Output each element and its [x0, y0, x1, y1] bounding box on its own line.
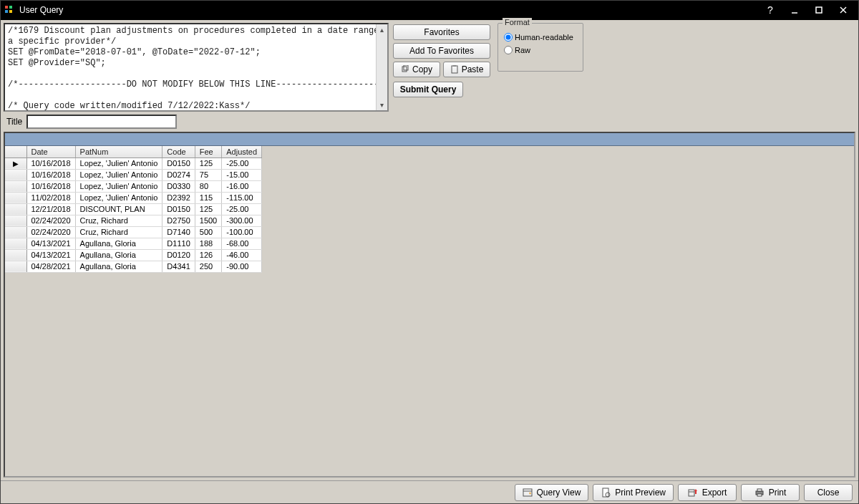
- table-row[interactable]: 02/24/2020Cruz, RichardD27501500-300.00: [5, 215, 262, 226]
- cell-fee[interactable]: 126: [195, 249, 221, 261]
- title-input[interactable]: [26, 115, 177, 129]
- row-header[interactable]: [5, 261, 26, 272]
- cell-adj[interactable]: -16.00: [222, 180, 262, 192]
- col-patnum[interactable]: PatNum: [75, 146, 162, 158]
- sql-text[interactable]: /*1679 Discount plan adjustments on proc…: [5, 24, 387, 112]
- col-date[interactable]: Date: [26, 146, 75, 158]
- cell-adj[interactable]: -90.00: [222, 261, 262, 272]
- cell-code[interactable]: D0150: [162, 158, 195, 169]
- cell-pat[interactable]: Cruz, Richard: [75, 226, 162, 238]
- cell-code[interactable]: D0330: [162, 180, 195, 192]
- table-row[interactable]: 10/16/2018Lopez, 'Julien' AntonioD027475…: [5, 169, 262, 180]
- cell-fee[interactable]: 125: [195, 158, 221, 169]
- cell-code[interactable]: D7140: [162, 226, 195, 238]
- cell-date[interactable]: 04/13/2021: [26, 238, 75, 249]
- cell-code[interactable]: D2392: [162, 192, 195, 203]
- cell-code[interactable]: D4341: [162, 261, 195, 272]
- row-header[interactable]: [5, 215, 26, 226]
- sql-editor[interactable]: /*1679 Discount plan adjustments on proc…: [4, 23, 389, 112]
- col-fee[interactable]: Fee: [195, 146, 221, 158]
- table-row[interactable]: ▶10/16/2018Lopez, 'Julien' AntonioD01501…: [5, 158, 262, 169]
- cell-date[interactable]: 10/16/2018: [26, 180, 75, 192]
- print-button[interactable]: Print: [741, 484, 800, 501]
- cell-fee[interactable]: 80: [195, 180, 221, 192]
- row-header[interactable]: [5, 249, 26, 261]
- table-row[interactable]: 10/16/2018Lopez, 'Julien' AntonioD033080…: [5, 180, 262, 192]
- cell-adj[interactable]: -115.00: [222, 192, 262, 203]
- table-row[interactable]: 04/13/2021Agullana, GloriaD1110188-68.00: [5, 238, 262, 249]
- row-header[interactable]: [5, 180, 26, 192]
- table-row[interactable]: 02/24/2020Cruz, RichardD7140500-100.00: [5, 226, 262, 238]
- minimize-button[interactable]: [782, 2, 807, 18]
- cell-date[interactable]: 10/16/2018: [26, 169, 75, 180]
- add-to-favorites-button[interactable]: Add To Favorites: [393, 43, 490, 59]
- scroll-down-icon[interactable]: ▾: [380, 100, 384, 110]
- table-row[interactable]: 12/21/2018DISCOUNT, PLAND0150125-25.00: [5, 203, 262, 215]
- cell-date[interactable]: 04/13/2021: [26, 249, 75, 261]
- cell-adj[interactable]: -25.00: [222, 158, 262, 169]
- cell-adj[interactable]: -46.00: [222, 249, 262, 261]
- maximize-button[interactable]: [807, 2, 831, 18]
- cell-adj[interactable]: -15.00: [222, 169, 262, 180]
- help-button[interactable]: ?: [758, 2, 782, 18]
- row-header[interactable]: [5, 238, 26, 249]
- table-row[interactable]: 04/28/2021Agullana, GloriaD4341250-90.00: [5, 261, 262, 272]
- print-preview-button[interactable]: Print Preview: [593, 484, 674, 501]
- cell-pat[interactable]: Agullana, Gloria: [75, 249, 162, 261]
- row-header[interactable]: [5, 169, 26, 180]
- table-row[interactable]: 11/02/2018Lopez, 'Julien' AntonioD239211…: [5, 192, 262, 203]
- close-button[interactable]: [831, 2, 855, 18]
- row-header[interactable]: [5, 203, 26, 215]
- cell-fee[interactable]: 125: [195, 203, 221, 215]
- scrollbar-vertical[interactable]: ▴ ▾: [376, 24, 387, 110]
- col-adjusted[interactable]: Adjusted: [222, 146, 262, 158]
- cell-pat[interactable]: Agullana, Gloria: [75, 261, 162, 272]
- favorites-button[interactable]: Favorites: [393, 24, 490, 40]
- radio-human[interactable]: [504, 33, 513, 42]
- cell-fee[interactable]: 500: [195, 226, 221, 238]
- table-row[interactable]: 04/13/2021Agullana, GloriaD0120126-46.00: [5, 249, 262, 261]
- cell-pat[interactable]: DISCOUNT, PLAN: [75, 203, 162, 215]
- row-header[interactable]: [5, 226, 26, 238]
- results-grid[interactable]: Date PatNum Code Fee Adjusted ▶10/16/201…: [5, 146, 262, 273]
- cell-adj[interactable]: -25.00: [222, 203, 262, 215]
- cell-pat[interactable]: Lopez, 'Julien' Antonio: [75, 192, 162, 203]
- scroll-up-icon[interactable]: ▴: [380, 24, 384, 35]
- cell-adj[interactable]: -68.00: [222, 238, 262, 249]
- cell-code[interactable]: D1110: [162, 238, 195, 249]
- cell-pat[interactable]: Lopez, 'Julien' Antonio: [75, 158, 162, 169]
- cell-code[interactable]: D0120: [162, 249, 195, 261]
- cell-date[interactable]: 12/21/2018: [26, 203, 75, 215]
- cell-fee[interactable]: 250: [195, 261, 221, 272]
- row-header[interactable]: ▶: [5, 158, 26, 169]
- cell-fee[interactable]: 75: [195, 169, 221, 180]
- cell-date[interactable]: 11/02/2018: [26, 192, 75, 203]
- cell-date[interactable]: 10/16/2018: [26, 158, 75, 169]
- cell-pat[interactable]: Lopez, 'Julien' Antonio: [75, 169, 162, 180]
- cell-fee[interactable]: 115: [195, 192, 221, 203]
- cell-fee[interactable]: 1500: [195, 215, 221, 226]
- export-button[interactable]: Export: [678, 484, 737, 501]
- cell-pat[interactable]: Cruz, Richard: [75, 215, 162, 226]
- cell-pat[interactable]: Lopez, 'Julien' Antonio: [75, 180, 162, 192]
- close-footer-button[interactable]: Close: [804, 484, 853, 501]
- submit-query-button[interactable]: Submit Query: [393, 82, 463, 97]
- format-human-radio[interactable]: Human-readable: [504, 31, 577, 44]
- cell-adj[interactable]: -300.00: [222, 215, 262, 226]
- cell-date[interactable]: 02/24/2020: [26, 226, 75, 238]
- cell-date[interactable]: 02/24/2020: [26, 215, 75, 226]
- col-code[interactable]: Code: [162, 146, 195, 158]
- row-header[interactable]: [5, 192, 26, 203]
- cell-date[interactable]: 04/28/2021: [26, 261, 75, 272]
- cell-pat[interactable]: Agullana, Gloria: [75, 238, 162, 249]
- cell-code[interactable]: D0274: [162, 169, 195, 180]
- query-view-button[interactable]: Query View: [515, 484, 589, 501]
- cell-code[interactable]: D2750: [162, 215, 195, 226]
- format-raw-radio[interactable]: Raw: [504, 44, 577, 57]
- radio-raw[interactable]: [504, 46, 513, 54]
- paste-button[interactable]: Paste: [443, 62, 490, 77]
- cell-fee[interactable]: 188: [195, 238, 221, 249]
- cell-code[interactable]: D0150: [162, 203, 195, 215]
- cell-adj[interactable]: -100.00: [222, 226, 262, 238]
- copy-button[interactable]: Copy: [393, 62, 440, 77]
